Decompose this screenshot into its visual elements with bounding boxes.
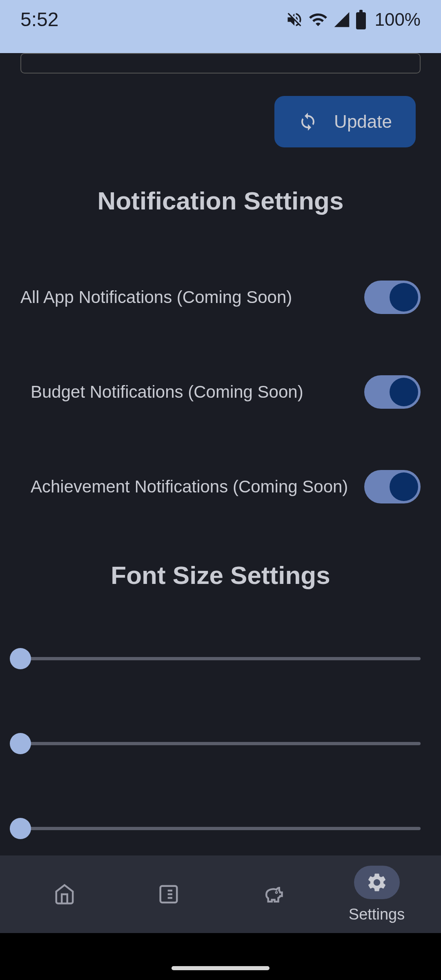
slider-2[interactable]	[20, 742, 421, 745]
slider-row-3	[20, 827, 421, 830]
slider-3[interactable]	[20, 827, 421, 830]
system-nav	[0, 933, 441, 980]
nav-savings[interactable]	[238, 878, 307, 911]
wifi-icon	[308, 10, 328, 29]
slider-row-1	[20, 657, 421, 660]
slider-row-2	[20, 742, 421, 745]
notification-settings-heading: Notification Settings	[20, 186, 421, 215]
font-size-settings-heading: Font Size Settings	[20, 561, 421, 590]
toggle-label: Budget Notifications (Coming Soon)	[31, 382, 303, 402]
signal-icon	[333, 11, 351, 29]
home-icon	[53, 883, 76, 905]
status-time: 5:52	[20, 8, 58, 31]
status-icons: 100%	[285, 9, 421, 30]
content: Update Notification Settings All App Not…	[0, 53, 441, 915]
nav-label-settings: Settings	[349, 906, 405, 923]
status-bar: 5:52 100%	[0, 0, 441, 53]
list-icon	[158, 883, 180, 905]
svg-rect-1	[359, 10, 363, 13]
toggle-label: All App Notifications (Coming Soon)	[20, 287, 292, 307]
nav-home[interactable]	[30, 878, 99, 911]
nav-settings[interactable]: Settings	[342, 866, 412, 923]
toggle-label: Achievement Notifications (Coming Soon)	[31, 477, 348, 497]
update-button[interactable]: Update	[274, 96, 416, 147]
slider-thumb[interactable]	[10, 818, 31, 839]
update-row: Update	[20, 96, 416, 147]
slider-thumb[interactable]	[10, 648, 31, 669]
update-label: Update	[334, 111, 392, 132]
toggle-switch-all[interactable]	[364, 281, 421, 314]
input-field[interactable]	[20, 53, 421, 74]
battery-icon	[356, 10, 366, 29]
piggy-bank-icon	[262, 883, 284, 905]
toggle-all-notifications: All App Notifications (Coming Soon)	[20, 281, 421, 314]
gear-icon	[366, 871, 388, 893]
toggle-achievement-notifications: Achievement Notifications (Coming Soon)	[20, 470, 421, 503]
slider-thumb[interactable]	[10, 733, 31, 754]
toggle-budget-notifications: Budget Notifications (Coming Soon)	[20, 375, 421, 409]
svg-rect-0	[356, 12, 366, 29]
toggle-switch-budget[interactable]	[364, 375, 421, 409]
mute-icon	[285, 11, 303, 29]
bottom-nav: Settings	[0, 855, 441, 933]
svg-point-9	[276, 892, 276, 893]
battery-percent: 100%	[374, 9, 421, 30]
nav-list[interactable]	[134, 878, 203, 911]
toggle-switch-achievement[interactable]	[364, 470, 421, 503]
home-indicator[interactable]	[172, 966, 270, 970]
refresh-icon	[298, 112, 318, 131]
slider-1[interactable]	[20, 657, 421, 660]
